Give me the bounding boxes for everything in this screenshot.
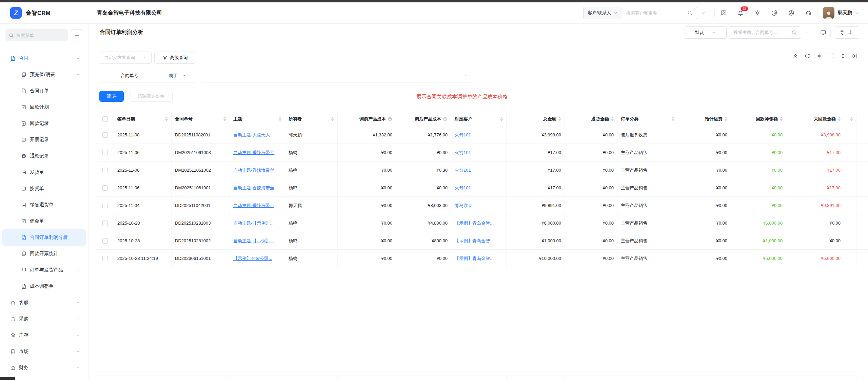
table-row[interactable]: 2025-11-04DD202511042001自动主题-香辣海带...郭天鹏¥… [96,197,868,214]
sort-icon[interactable] [500,117,503,121]
filter-button[interactable]: 筛 选 [99,91,124,102]
search-icon[interactable] [787,27,801,38]
theme-link[interactable]: 【示例】金智公司... [233,255,272,262]
help-icon[interactable] [443,117,448,121]
user-name[interactable]: 郭天鹏 [838,10,852,16]
search-collapse-chevron-icon[interactable] [701,11,706,15]
user-menu-chevron-icon[interactable] [855,11,859,15]
sidebar-item-库存[interactable]: 库存 [0,327,88,343]
table-row[interactable]: 2025-10-28DD202510281002自动主题-【示例】...杨鸣¥0… [96,232,868,250]
table-row[interactable]: 2025-11-08DD202511082001自动主题-大疆无人...郭天鹏¥… [96,126,868,144]
row-height-icon[interactable] [840,53,846,59]
search-expand-chevron-icon[interactable] [805,30,810,35]
search-category-select[interactable]: 客户/联系人 [584,7,622,19]
sidebar-item-发货单[interactable]: 发货单 [0,164,88,180]
column-header-customer[interactable]: 对应客户 [451,112,507,126]
customer-link[interactable]: 【示例】青岛金智... [455,255,494,262]
table-search-input[interactable] [729,27,787,38]
sort-icon[interactable] [331,117,334,121]
sidebar-item-合同订单利润分析[interactable]: 合同订单利润分析 [2,229,86,246]
customer-link[interactable]: 火箭101 [455,132,471,138]
sidebar-item-财务[interactable]: 财务 [0,360,88,376]
theme-link[interactable]: 自动主题-【示例】... [233,238,274,244]
sidebar-item-市场[interactable]: 市场 [0,343,88,360]
column-header-date[interactable]: 签单日期 [114,112,172,126]
column-header-category[interactable]: 订单分类 [617,112,678,126]
gear-icon[interactable] [754,10,761,16]
row-checkbox[interactable] [102,185,108,191]
row-checkbox[interactable] [102,150,108,155]
sidebar-item-合同订单[interactable]: 合同订单 [0,83,88,99]
help-icon[interactable] [388,117,392,121]
sidebar-item-客服[interactable]: 客服 [0,294,88,311]
column-header-theme[interactable]: 主题 [230,112,285,126]
cell-customer[interactable]: 火箭101 [451,126,507,144]
filter-operator-select[interactable]: 属于 [159,69,195,82]
row-checkbox[interactable] [102,221,108,226]
select-all-checkbox-cell[interactable] [96,112,114,126]
column-header-freight[interactable]: 预计运费 [678,112,731,126]
sort-icon[interactable] [558,117,561,121]
play-icon[interactable] [852,53,858,59]
cell-theme[interactable]: 自动主题-香辣海带丝 [230,179,285,196]
view-selector[interactable]: 默认 [685,26,727,39]
cell-customer[interactable]: 【示例】青岛金智... [451,232,507,249]
cell-customer[interactable]: 火箭101 [451,162,507,179]
customer-link[interactable]: 【示例】青岛金智... [455,220,494,226]
bell-icon[interactable]: 25 [737,10,744,16]
cell-theme[interactable]: 自动主题-香辣海带丝 [230,162,285,179]
cell-theme[interactable]: 自动主题-大疆无人... [230,126,285,144]
column-header-order_no[interactable]: 合同单号 [172,112,230,126]
column-header-refund[interactable]: 退货金额 [565,112,617,126]
column-header-total[interactable]: 总金额 [507,112,565,126]
sort-icon[interactable] [279,117,281,121]
sidebar-item-采购[interactable]: 采购 [0,311,88,327]
cell-customer[interactable]: 火箭101 [451,144,507,161]
advanced-query-button[interactable]: 高级查询 [154,52,196,64]
cell-theme[interactable]: 自动主题-香辣海带丝 [230,144,285,161]
filter-field-select[interactable]: 合同单号 [100,69,159,82]
theme-link[interactable]: 自动主题-香辣海带丝 [233,167,274,173]
collapse-up-icon[interactable] [792,53,798,59]
sort-icon[interactable] [850,117,853,121]
sidebar-item-订单与发货产品[interactable]: 订单与发货产品 [0,262,88,278]
menu-search-field[interactable] [5,29,68,41]
customer-link[interactable]: 青岛欧克 [455,203,472,209]
menu-search-input[interactable] [16,33,57,38]
contacts-icon[interactable] [720,10,727,16]
sort-icon[interactable] [611,117,614,121]
cell-customer[interactable]: 【示例】青岛金智... [451,214,507,232]
theme-link[interactable]: 自动主题-香辣海带丝 [233,150,274,156]
row-checkbox[interactable] [102,132,108,138]
export-button[interactable]: 导 出 [835,26,859,39]
sort-icon[interactable] [838,117,841,121]
column-header-extra[interactable] [844,112,856,126]
sidebar-item-回款记录[interactable]: 回款记录 [0,115,88,132]
sidebar-item-销售退货单[interactable]: 销售退货单 [0,197,88,213]
sort-icon[interactable] [725,117,727,121]
cell-theme[interactable]: 自动主题-【示例】... [230,232,285,249]
refresh-icon[interactable] [804,53,810,59]
global-search-input[interactable] [622,7,683,19]
app-logo[interactable]: Z [10,7,22,19]
sidebar-item-合同[interactable]: 合同 [0,50,88,66]
sidebar-item-成本调整单[interactable]: 成本调整单 [0,278,88,294]
customer-link[interactable]: 火箭101 [455,185,471,191]
settings-icon[interactable] [816,53,822,59]
cell-theme[interactable]: 自动主题-【示例】... [230,214,285,232]
sort-icon[interactable] [165,117,168,121]
column-header-unpaid[interactable]: 未回款金额 [786,112,844,126]
table-row[interactable]: 2025-11-06DM202511061001自动主题-香辣海带丝杨鸣¥0.0… [96,179,868,197]
row-checkbox[interactable] [102,168,108,173]
row-checkbox[interactable] [102,238,108,244]
sort-icon[interactable] [672,117,674,121]
column-header-writeoff[interactable]: 回款冲销额 [731,112,786,126]
sort-icon[interactable] [223,117,226,121]
sidebar-item-预充值/消费[interactable]: 预充值/消费 [0,66,88,83]
avatar[interactable] [823,7,834,19]
clear-filter-button[interactable]: 清除筛选条件 [130,91,173,102]
cell-customer[interactable]: 【示例】青岛金智... [451,250,507,267]
theme-link[interactable]: 自动主题-【示例】... [233,220,274,226]
sidebar-item-开票记录[interactable]: 开票记录 [0,132,88,148]
sidebar-item-回款计划[interactable]: 回款计划 [0,99,88,115]
